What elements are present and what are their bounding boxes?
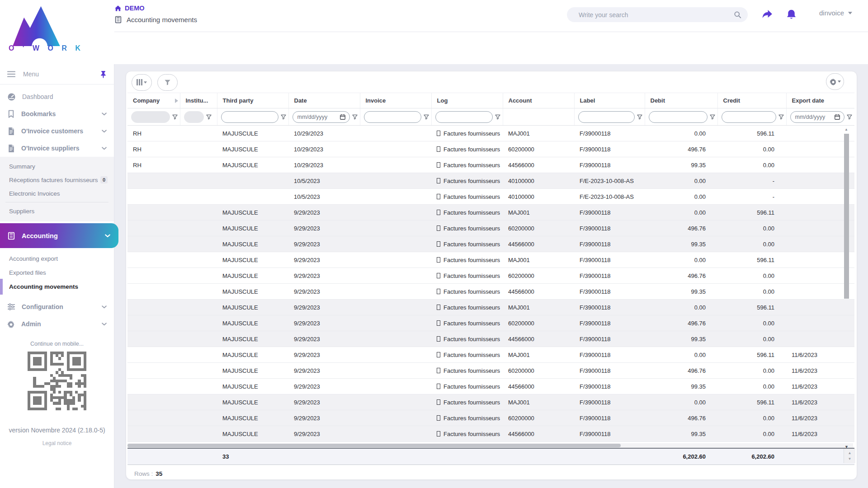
col-header-log[interactable]: Log <box>431 93 503 108</box>
submenu-item-accounting-export[interactable]: Accounting export <box>0 252 114 266</box>
filter-funnel-icon[interactable] <box>423 114 429 120</box>
table-row[interactable]: MAJUSCULE 9/29/2023 Factures fournisseur… <box>127 363 854 379</box>
submenu-item-receptions[interactable]: Réceptions factures fournisseurs 0 <box>0 173 114 187</box>
col-header-third-party[interactable]: Third party <box>217 93 288 108</box>
total-empty <box>127 448 180 465</box>
filter-funnel-icon[interactable] <box>495 114 501 120</box>
expand-column-icon[interactable] <box>175 99 178 103</box>
breadcrumb-root[interactable]: DEMO <box>114 5 197 12</box>
sidebar-item-admin[interactable]: Admin <box>0 315 114 333</box>
filter-label-input[interactable] <box>578 111 635 123</box>
scroll-up-icon[interactable]: ▲ <box>848 451 852 455</box>
user-menu[interactable]: dinvoice <box>819 9 852 17</box>
col-header-company[interactable]: Company <box>127 93 180 108</box>
table-row[interactable]: MAJUSCULE 9/29/2023 Factures fournisseur… <box>127 426 854 442</box>
app-logo[interactable]: O ' W O R K <box>0 0 114 64</box>
col-header-institution[interactable]: Institu... <box>180 93 217 108</box>
sidebar-item-bookmarks[interactable]: Bookmarks <box>0 105 114 122</box>
table-row[interactable]: RH MAJUSCULE 10/29/2023 Factures fournis… <box>127 141 854 157</box>
cell-credit: 0.00 <box>717 363 786 379</box>
table-row[interactable]: 10/5/2023 Factures fournisseurs 40100000… <box>127 189 854 205</box>
submenu-item-exported-files[interactable]: Exported files <box>0 266 114 280</box>
calendar-icon[interactable] <box>834 114 840 120</box>
table-row[interactable]: MAJUSCULE 9/29/2023 Factures fournisseur… <box>127 268 854 284</box>
filter-funnel-icon[interactable] <box>206 114 212 120</box>
table-row[interactable]: MAJUSCULE 9/29/2023 Factures fournisseur… <box>127 300 854 315</box>
cell-invoice <box>360 410 431 426</box>
legal-notice-link[interactable]: Legal notice <box>0 440 114 446</box>
scroll-down-icon[interactable]: ▼ <box>844 445 849 449</box>
horizontal-scrollbar-thumb[interactable] <box>127 444 621 447</box>
filter-third-party-input[interactable] <box>221 111 278 123</box>
submenu-item-electronic-invoices[interactable]: Electronic Invoices <box>0 187 114 200</box>
filter-funnel-icon[interactable] <box>352 114 358 120</box>
scroll-up-icon[interactable]: ▲ <box>844 127 848 131</box>
sidebar-menu-toggle[interactable]: Menu <box>0 64 114 84</box>
col-header-export-date[interactable]: Export date <box>786 93 854 108</box>
filter-funnel-icon[interactable] <box>778 114 784 120</box>
filter-funnel-icon[interactable] <box>709 114 716 120</box>
search-input[interactable] <box>579 11 734 19</box>
table-filter-row: mm/dd/yyyy mm/dd/yyyy <box>127 108 854 126</box>
cell-third-party: MAJUSCULE <box>217 363 288 379</box>
column-chooser-button[interactable] <box>132 74 152 91</box>
col-header-debit[interactable]: Debit <box>645 93 717 108</box>
submenu-item-summary[interactable]: Summary <box>0 160 114 173</box>
table-row[interactable]: RH MAJUSCULE 10/29/2023 Factures fournis… <box>127 157 854 173</box>
table-settings-button[interactable] <box>826 73 844 90</box>
table-row[interactable]: MAJUSCULE 9/29/2023 Factures fournisseur… <box>127 315 854 331</box>
col-header-account[interactable]: Account <box>503 93 574 108</box>
cell-label: F/39000118 <box>574 268 645 284</box>
table-row[interactable]: MAJUSCULE 9/29/2023 Factures fournisseur… <box>127 221 854 236</box>
filter-log-input[interactable] <box>435 111 493 123</box>
table-row[interactable]: MAJUSCULE 9/29/2023 Factures fournisseur… <box>127 347 854 363</box>
col-header-credit[interactable]: Credit <box>717 93 786 108</box>
sidebar-item-oinvoice-suppliers[interactable]: O'Invoice suppliers <box>0 140 114 157</box>
table-row[interactable]: MAJUSCULE 9/29/2023 Factures fournisseur… <box>127 410 854 426</box>
submenu-label: Accounting export <box>9 255 58 262</box>
col-header-invoice[interactable]: Invoice <box>360 93 431 108</box>
pin-icon[interactable] <box>100 70 107 78</box>
vertical-scrollbar[interactable]: ▲ ▼ <box>844 129 849 446</box>
table-row[interactable]: MAJUSCULE 9/29/2023 Factures fournisseur… <box>127 331 854 347</box>
submenu-item-suppliers[interactable]: Suppliers <box>0 204 114 218</box>
filter-button[interactable] <box>157 74 178 91</box>
table-row[interactable]: MAJUSCULE 9/29/2023 Factures fournisseur… <box>127 205 854 221</box>
share-button[interactable] <box>760 7 775 22</box>
table-row[interactable]: 10/5/2023 Factures fournisseurs 40100000… <box>127 173 854 189</box>
filter-invoice-input[interactable] <box>364 111 421 123</box>
filter-debit-input[interactable] <box>649 111 708 123</box>
totals-scroll-buttons[interactable]: ▲ ▼ <box>844 449 855 463</box>
table-row[interactable]: MAJUSCULE 9/29/2023 Factures fournisseur… <box>127 394 854 410</box>
filter-date-input[interactable]: mm/dd/yyyy <box>292 111 350 123</box>
submenu-item-accounting-movements[interactable]: Accounting movements <box>0 280 114 294</box>
table-row[interactable]: RH MAJUSCULE 10/29/2023 Factures fournis… <box>127 126 854 141</box>
col-header-label[interactable]: Label <box>574 93 645 108</box>
vertical-scrollbar-thumb[interactable] <box>844 134 849 299</box>
table-row[interactable]: MAJUSCULE 9/29/2023 Factures fournisseur… <box>127 379 854 394</box>
search-icon[interactable] <box>734 11 741 19</box>
filter-credit-input[interactable] <box>722 111 776 123</box>
cell-invoice <box>360 394 431 410</box>
sidebar-item-oinvoice-customers[interactable]: O'Invoice customers <box>0 122 114 140</box>
filter-funnel-icon[interactable] <box>846 114 853 120</box>
table-row[interactable]: MAJUSCULE 9/29/2023 Factures fournisseur… <box>127 236 854 252</box>
filter-company-input <box>131 111 170 123</box>
filter-funnel-icon[interactable] <box>637 114 643 120</box>
col-header-date[interactable]: Date <box>288 93 360 108</box>
sidebar-item-accounting[interactable]: Accounting <box>0 223 118 248</box>
filter-funnel-icon[interactable] <box>280 114 287 120</box>
scroll-down-icon[interactable]: ▼ <box>848 457 852 461</box>
table-row[interactable]: MAJUSCULE 9/29/2023 Factures fournisseur… <box>127 252 854 268</box>
cell-label: F/39000118 <box>574 236 645 252</box>
notifications-button[interactable] <box>783 7 799 22</box>
table-row[interactable]: MAJUSCULE 9/29/2023 Factures fournisseur… <box>127 284 854 300</box>
calendar-icon[interactable] <box>340 114 346 120</box>
horizontal-scrollbar[interactable] <box>127 443 853 448</box>
filter-export-date-input[interactable]: mm/dd/yyyy <box>790 111 845 123</box>
sidebar-item-configuration[interactable]: Configuration <box>0 298 114 315</box>
cell-account: MAJ001 <box>503 300 574 315</box>
cell-credit: - <box>717 189 786 205</box>
sidebar-item-dashboard[interactable]: Dashboard <box>0 88 114 105</box>
filter-funnel-icon[interactable] <box>172 114 178 120</box>
